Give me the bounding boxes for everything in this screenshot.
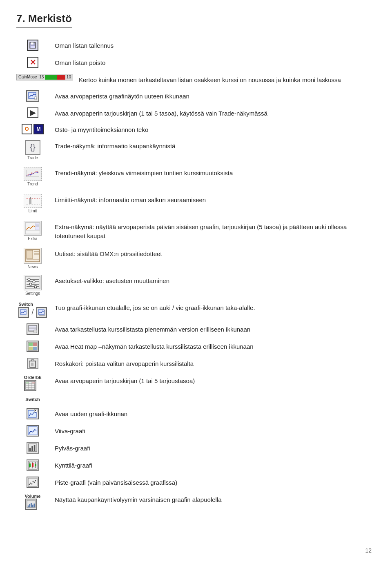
list-item: ✕ Oman listan poisto bbox=[16, 57, 376, 68]
list-item: Kynttilä-graafi bbox=[16, 459, 376, 471]
svg-point-32 bbox=[34, 285, 37, 288]
svg-rect-70 bbox=[34, 445, 36, 451]
svg-rect-88 bbox=[31, 503, 32, 507]
list-item: Trend Trendi-näkymä: yleiskuva viimeisim… bbox=[16, 167, 376, 188]
svg-point-83 bbox=[34, 481, 35, 483]
news-text: Uutiset: sisältää OMX:n pörssitiedotteet bbox=[55, 248, 376, 258]
limit-icon-col: Limit bbox=[16, 194, 49, 215]
arrow-right-icon: ▶ bbox=[27, 107, 38, 118]
limit-text: Limiitti-näkymä: informaatio oman salkun… bbox=[55, 194, 376, 205]
heatmap-icon-col bbox=[16, 341, 49, 352]
svg-rect-50 bbox=[31, 360, 34, 361]
dot-graph-icon bbox=[27, 477, 39, 488]
bar-graph-icon bbox=[27, 442, 39, 454]
trash-text: Roskakori: poistaa valitun arvopaperin k… bbox=[55, 358, 376, 368]
line-graph-icon bbox=[27, 425, 39, 437]
delete-list-icon-col: ✕ bbox=[16, 57, 49, 68]
svg-rect-73 bbox=[29, 463, 31, 467]
candle-graph-icon bbox=[27, 459, 39, 471]
graph-back-icon bbox=[36, 307, 47, 318]
om-icon-col: O M bbox=[16, 124, 49, 134]
trade-icon-col: {} Trade bbox=[16, 140, 49, 161]
svg-point-30 bbox=[33, 281, 35, 283]
svg-rect-78 bbox=[28, 478, 37, 486]
svg-rect-87 bbox=[29, 504, 30, 507]
svg-rect-60 bbox=[26, 382, 29, 383]
list-item: Extra Extra-näkymä: näyttää arvopaperist… bbox=[16, 221, 376, 242]
candle-graph-text: Kynttilä-graafi bbox=[55, 459, 376, 470]
orderbook2-text: Avaa arvopaperin tarjouskirjan (1 tai 5 … bbox=[55, 375, 376, 386]
switch-graph-icons: / bbox=[18, 307, 47, 318]
switch-graph-icon-col: Switch / bbox=[16, 302, 49, 318]
dot-graph-text: Piste-graafi (vain päivänsisäisessä graa… bbox=[55, 477, 376, 487]
arrow-right-icon-col: ▶ bbox=[16, 107, 49, 118]
volume-label: Volume bbox=[25, 494, 41, 499]
open-new-graph-text: Avaa uuden graafi-ikkunan bbox=[55, 408, 376, 419]
gainlose-text: Kertoo kuinka monen tarkasteltavan lista… bbox=[79, 74, 376, 85]
volume-text: Näyttää kaupankäyntivolyymin varsinaisen… bbox=[55, 494, 376, 504]
line-graph-text: Viiva-graafi bbox=[55, 425, 376, 436]
bar-graph-icon-col bbox=[16, 442, 49, 454]
om-text: Osto- ja myyntitoimeksiannon teko bbox=[55, 124, 376, 134]
svg-rect-47 bbox=[33, 347, 37, 350]
small-version-icon bbox=[27, 323, 39, 335]
list-item: News Uutiset: sisältää OMX:n pörssitiedo… bbox=[16, 248, 376, 269]
extra-icon-col: Extra bbox=[16, 221, 49, 242]
save-icon bbox=[27, 40, 38, 51]
svg-rect-61 bbox=[32, 382, 35, 383]
svg-point-84 bbox=[35, 480, 36, 481]
switch2-text bbox=[55, 397, 376, 399]
heatmap-icon bbox=[27, 341, 39, 352]
trade-text: Trade-näkymä: informaatio kaupankäynnist… bbox=[55, 140, 376, 151]
svg-rect-75 bbox=[32, 463, 33, 467]
dot-graph-icon-col bbox=[16, 477, 49, 488]
slash-separator: / bbox=[31, 308, 33, 316]
list-item: Oman listan tallennus bbox=[16, 40, 376, 51]
list-item: ↗ Avaa arvopaperista graafinäytön uuteen… bbox=[16, 90, 376, 102]
switch2-label: Switch bbox=[25, 397, 40, 402]
svg-rect-68 bbox=[29, 448, 31, 451]
orderbook2-icon-col: Orderbk bbox=[16, 375, 49, 391]
open-new-graph-icon-col bbox=[16, 408, 49, 419]
news-icon-col: News bbox=[16, 248, 49, 269]
svg-rect-66 bbox=[28, 427, 37, 435]
list-item: {} Trade Trade-näkymä: informaatio kaupa… bbox=[16, 140, 376, 161]
trend-icon: Trend bbox=[23, 167, 42, 188]
list-item: Piste-graafi (vain päivänsisäisessä graa… bbox=[16, 477, 376, 488]
svg-rect-40 bbox=[34, 330, 37, 333]
settings-icon: Settings bbox=[23, 275, 42, 296]
switch-label-1: Switch bbox=[18, 302, 33, 307]
list-item: Pylväs-graafi bbox=[16, 442, 376, 454]
volume-icon-col: Volume bbox=[16, 494, 49, 510]
open-new-graph-icon bbox=[27, 408, 39, 419]
list-item: Avaa Heat map –näkymän tarkastellusta ku… bbox=[16, 341, 376, 352]
list-item: GainMose 13 10 Kertoo kuinka monen tarka… bbox=[16, 74, 376, 85]
orderbook2-icon bbox=[24, 380, 36, 391]
bar-graph-text: Pylväs-graafi bbox=[55, 442, 376, 453]
page-title: 7. Merkistö bbox=[16, 12, 72, 28]
trend-text: Trendi-näkymä: yleiskuva viimeisimpien t… bbox=[55, 167, 376, 178]
svg-rect-44 bbox=[29, 343, 33, 346]
list-item: Volume Näyttää kaupankäyntivolyymin vars… bbox=[16, 494, 376, 510]
delete-icon: ✕ bbox=[27, 57, 38, 68]
trash-icon bbox=[27, 358, 38, 369]
svg-rect-35 bbox=[38, 310, 44, 314]
volume-icon bbox=[25, 499, 37, 510]
svg-rect-19 bbox=[27, 250, 33, 258]
trend-icon-col: Trend bbox=[16, 167, 49, 188]
list-item: Roskakori: poistaa valitun arvopaperin k… bbox=[16, 358, 376, 369]
switch2-icon-col: Switch bbox=[16, 397, 49, 402]
trash-icon-col bbox=[16, 358, 49, 369]
svg-rect-33 bbox=[20, 310, 26, 314]
small-version-icon-col bbox=[16, 323, 49, 335]
list-item: ▶ Avaa arvopaperin tarjouskirjan (1 tai … bbox=[16, 107, 376, 118]
open-graph-icon: ↗ bbox=[26, 90, 39, 102]
svg-rect-77 bbox=[35, 464, 36, 466]
svg-rect-2 bbox=[31, 46, 35, 48]
svg-rect-89 bbox=[32, 505, 33, 507]
list-item: Viiva-graafi bbox=[16, 425, 376, 437]
svg-rect-69 bbox=[31, 446, 33, 451]
svg-rect-1 bbox=[31, 42, 33, 45]
graph-front-icon bbox=[18, 307, 29, 318]
list-item: O M Osto- ja myyntitoimeksiannon teko bbox=[16, 124, 376, 134]
